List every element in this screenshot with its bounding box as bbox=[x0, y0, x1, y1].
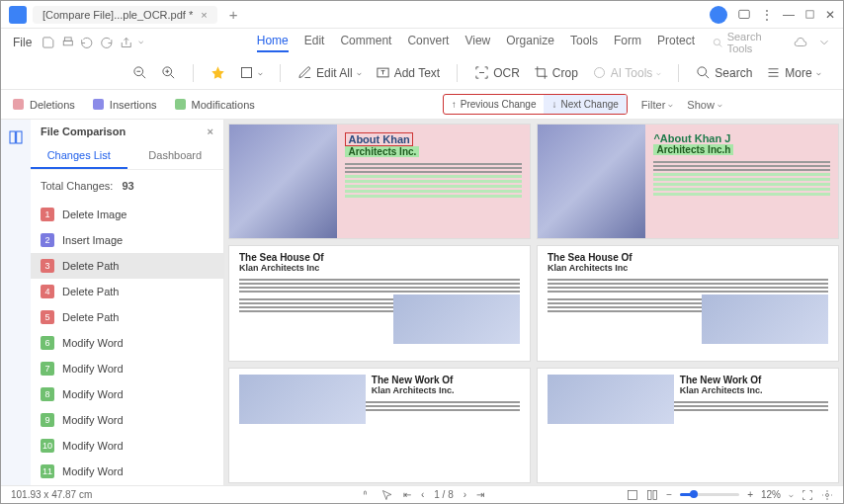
redo-icon[interactable] bbox=[100, 36, 114, 49]
view-mode-icon[interactable] bbox=[627, 489, 638, 501]
tab-organize[interactable]: Organize bbox=[506, 34, 554, 52]
filter-dropdown[interactable]: Filter⌵ bbox=[641, 99, 673, 111]
change-row[interactable]: 7Modify Word bbox=[31, 356, 223, 381]
tab-dashboard[interactable]: Dashboard bbox=[127, 143, 224, 169]
new-tab-button[interactable]: + bbox=[229, 6, 238, 23]
page-left-1[interactable]: About Khan Architects Inc. bbox=[228, 124, 531, 239]
changes-list[interactable]: 1Delete Image2Insert Image3Delete Path4D… bbox=[31, 202, 223, 487]
svg-point-9 bbox=[594, 68, 604, 78]
total-changes: Total Changes: 93 bbox=[31, 170, 223, 202]
document-view[interactable]: About Khan Architects Inc. ^About Khan J… bbox=[224, 120, 843, 487]
zoom-in-icon[interactable]: + bbox=[747, 489, 753, 500]
fullscreen-icon[interactable] bbox=[802, 489, 813, 501]
svg-rect-13 bbox=[629, 490, 637, 499]
select-icon[interactable] bbox=[381, 489, 393, 501]
previous-change-button[interactable]: ↑Previous Change bbox=[444, 95, 545, 114]
highlight-button[interactable] bbox=[208, 62, 228, 83]
tab-view[interactable]: View bbox=[464, 34, 490, 52]
crop-button[interactable]: Crop bbox=[531, 62, 581, 83]
next-page-icon[interactable]: › bbox=[464, 489, 466, 500]
minimize-button[interactable]: — bbox=[783, 8, 795, 22]
prev-page-icon[interactable]: ‹ bbox=[421, 489, 424, 500]
undo-icon[interactable] bbox=[80, 36, 94, 49]
change-row[interactable]: 9Modify Word bbox=[31, 407, 223, 433]
next-change-button[interactable]: ↓Next Change bbox=[544, 95, 626, 114]
settings-icon[interactable] bbox=[821, 489, 833, 501]
kebab-icon[interactable]: ⋮ bbox=[761, 8, 773, 22]
zoom-out-button[interactable] bbox=[129, 62, 150, 83]
save-icon[interactable] bbox=[42, 36, 55, 49]
panel-close-icon[interactable]: × bbox=[208, 126, 213, 137]
fit-icon[interactable] bbox=[646, 489, 658, 501]
change-row[interactable]: 10Modify Word bbox=[31, 433, 223, 459]
page-right-3[interactable]: The New Work Of Klan Architects Inc. bbox=[537, 368, 839, 483]
panel-title: File Comparison bbox=[41, 126, 126, 137]
left-rail bbox=[1, 120, 31, 487]
print-icon[interactable] bbox=[61, 36, 75, 49]
change-row[interactable]: 5Delete Path bbox=[31, 304, 223, 330]
change-row[interactable]: 1Delete Image bbox=[31, 202, 223, 227]
tab-edit[interactable]: Edit bbox=[304, 34, 325, 52]
edit-all-button[interactable]: Edit All⌵ bbox=[295, 62, 365, 83]
change-label: Modify Word bbox=[62, 388, 124, 400]
zoom-out-icon[interactable]: − bbox=[666, 489, 672, 500]
svg-rect-14 bbox=[648, 490, 652, 499]
maximize-button[interactable] bbox=[804, 9, 815, 20]
change-label: Delete Path bbox=[62, 286, 119, 297]
page-left-2[interactable]: The Sea House Of Klan Architects Inc bbox=[228, 245, 531, 361]
shape-button[interactable]: ⌵ bbox=[236, 62, 266, 83]
last-page-icon[interactable]: ⇥ bbox=[476, 489, 484, 500]
menu-chevron[interactable]: ⌵ bbox=[138, 36, 152, 49]
show-dropdown[interactable]: Show⌵ bbox=[687, 99, 722, 111]
svg-rect-7 bbox=[242, 68, 252, 78]
tab-protect[interactable]: Protect bbox=[657, 34, 695, 52]
hand-icon[interactable] bbox=[360, 489, 372, 501]
change-number: 7 bbox=[41, 362, 54, 376]
search-tools[interactable]: Search Tools bbox=[713, 31, 788, 54]
toolbar: ⌵ Edit All⌵ Add Text OCR Crop AI Tools⌵ … bbox=[1, 56, 843, 90]
legend-deletions: Deletions bbox=[13, 99, 75, 111]
page-right-1[interactable]: ^About Khan J Architects Inc.h bbox=[537, 124, 839, 239]
tab-comment[interactable]: Comment bbox=[340, 34, 391, 52]
change-label: Insert Image bbox=[62, 234, 123, 246]
tab-form[interactable]: Form bbox=[614, 34, 641, 52]
change-row[interactable]: 8Modify Word bbox=[31, 381, 223, 407]
change-row[interactable]: 2Insert Image bbox=[31, 227, 223, 253]
ocr-button[interactable]: OCR bbox=[471, 62, 523, 83]
change-row[interactable]: 11Modify Word bbox=[31, 459, 223, 484]
collapse-icon[interactable] bbox=[817, 36, 831, 49]
search-button[interactable]: Search bbox=[693, 62, 755, 83]
more-button[interactable]: More⌵ bbox=[763, 62, 823, 83]
page-right-2[interactable]: The Sea House Of Klan Architects Inc bbox=[537, 245, 839, 361]
tab-tools[interactable]: Tools bbox=[570, 34, 598, 52]
document-tab-label: [Compare File]...ple_OCR.pdf * bbox=[42, 9, 193, 21]
change-row[interactable]: 4Delete Path bbox=[31, 279, 223, 304]
file-menu[interactable]: File bbox=[13, 36, 32, 49]
svg-rect-3 bbox=[63, 41, 72, 45]
close-button[interactable]: ✕ bbox=[825, 8, 835, 22]
cloud-icon[interactable] bbox=[794, 36, 807, 49]
arrow-up-icon: ↑ bbox=[452, 99, 457, 110]
svg-rect-12 bbox=[17, 131, 22, 143]
first-page-icon[interactable]: ⇤ bbox=[403, 489, 411, 500]
zoom-value[interactable]: 12% bbox=[761, 489, 781, 500]
add-text-button[interactable]: Add Text bbox=[373, 62, 443, 83]
tab-convert[interactable]: Convert bbox=[407, 34, 449, 52]
change-row[interactable]: 3Delete Path bbox=[31, 253, 223, 279]
close-tab-icon[interactable]: × bbox=[201, 9, 207, 21]
document-tab[interactable]: [Compare File]...ple_OCR.pdf * × bbox=[33, 6, 217, 24]
tab-home[interactable]: Home bbox=[257, 34, 289, 52]
ai-tools-button[interactable]: AI Tools⌵ bbox=[589, 62, 664, 83]
page-indicator[interactable]: 1 / 8 bbox=[434, 489, 453, 500]
change-row[interactable]: 6Modify Word bbox=[31, 330, 223, 356]
change-number: 1 bbox=[41, 208, 54, 221]
legend-modifications: Modifications bbox=[175, 99, 255, 111]
share-icon[interactable] bbox=[120, 36, 133, 49]
zoom-in-button[interactable] bbox=[158, 62, 179, 83]
page-left-3[interactable]: The New Work Of Klan Architects Inc. bbox=[228, 368, 531, 483]
zoom-slider[interactable] bbox=[680, 493, 739, 496]
tab-changes-list[interactable]: Changes List bbox=[31, 143, 127, 169]
chat-icon[interactable] bbox=[737, 8, 751, 22]
compare-icon[interactable] bbox=[8, 129, 24, 145]
user-avatar[interactable] bbox=[710, 6, 727, 24]
